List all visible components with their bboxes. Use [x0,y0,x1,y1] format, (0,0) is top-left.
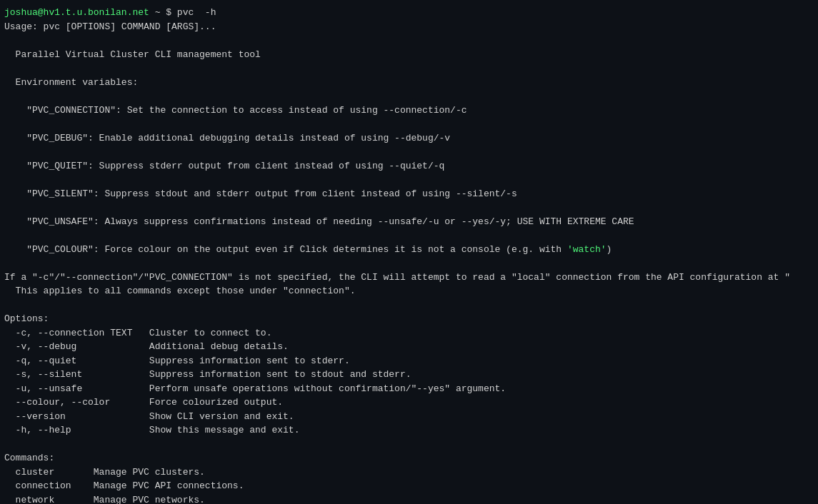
opt-conn-line: -c, --connection TEXT Cluster to connect… [4,326,814,341]
pvc-quiet-line: "PVC_QUIET": Suppress stderr output from… [4,159,814,173]
blank-line-1 [4,34,814,48]
blank-line-4 [4,117,814,131]
opt-debug-line: -v, --debug Additional debug details. [4,340,814,354]
opt-version-line: --version Show CLI version and exit. [4,410,814,424]
blank-line-2 [4,61,814,76]
watch-text: 'watch' [567,244,607,255]
cmd-connection-line: connection Manage PVC API connections. [4,479,814,493]
opt-colour-line: --colour, --color Force colourized outpu… [4,395,814,410]
conn-info-line2: This applies to all commands except thos… [4,284,814,298]
conn-info-line1: If a "-c"/"--connection"/"PVC_CONNECTION… [4,271,814,285]
blank-line-5 [4,145,814,159]
blank-line-10 [4,298,814,313]
cmd-network-line: network Manage PVC networks. [4,493,814,505]
opt-help-line: -h, --help Show this message and exit. [4,423,814,438]
pvc-colour-line: "PVC_COLOUR": Force colour on the output… [4,243,814,257]
terminal-window: joshua@hv1.t.u.bonilan.net ~ $ pvc -h Us… [0,0,818,504]
prompt-symbol: ~ $ [149,7,177,18]
prompt-line: joshua@hv1.t.u.bonilan.net ~ $ pvc -h [4,6,814,20]
blank-line-11 [4,438,814,452]
pvc-silent-line: "PVC_SILENT": Suppress stdout and stderr… [4,187,814,201]
prompt-user: joshua@hv1.t.u.bonilan.net [4,7,149,18]
blank-line-3 [4,89,814,104]
pvc-conn-line: "PVC_CONNECTION": Set the connection to … [4,104,814,118]
cmd-cluster-line: cluster Manage PVC clusters. [4,465,814,480]
options-header-line: Options: [4,312,814,326]
pvc-debug-line: "PVC_DEBUG": Enable additional debugging… [4,131,814,146]
pvc-unsafe-line: "PVC_UNSAFE": Always suppress confirmati… [4,215,814,229]
opt-quiet-line: -q, --quiet Suppress information sent to… [4,354,814,368]
blank-line-8 [4,228,814,243]
usage-line: Usage: pvc [OPTIONS] COMMAND [ARGS]... [4,20,814,34]
commands-header-line: Commands: [4,451,814,465]
opt-silent-line: -s, --silent Suppress information sent t… [4,368,814,382]
desc-line: Parallel Virtual Cluster CLI management … [4,48,814,62]
opt-unsafe-line: -u, --unsafe Perform unsafe operations w… [4,382,814,396]
blank-line-9 [4,256,814,271]
blank-line-6 [4,173,814,187]
env-header-line: Environment variables: [4,76,814,90]
blank-line-7 [4,201,814,215]
prompt-command: pvc -h [177,7,216,18]
